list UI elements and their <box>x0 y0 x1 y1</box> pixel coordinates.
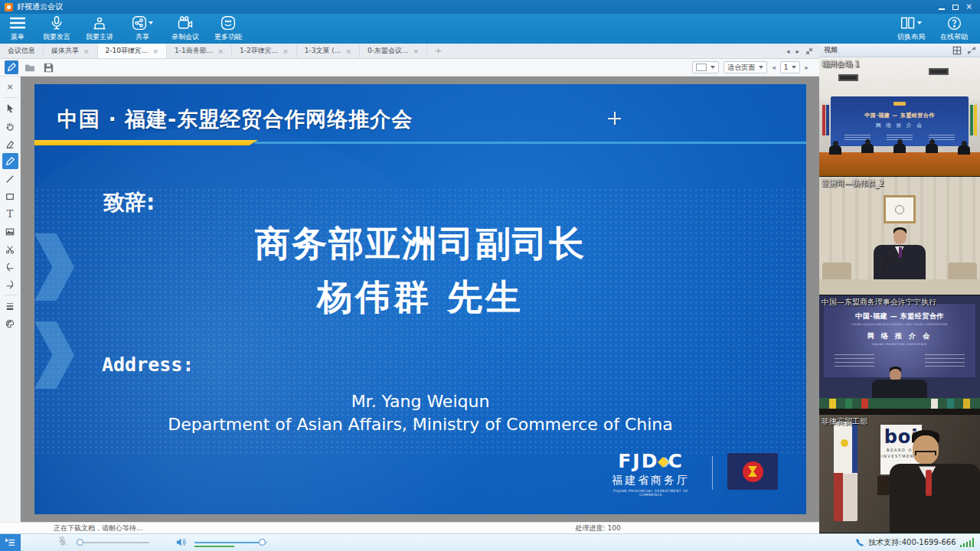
new-tab-button[interactable]: + <box>427 44 449 58</box>
tab-mofcom-1-1[interactable]: 1-1商务部...× <box>167 44 232 58</box>
save-button[interactable] <box>41 60 55 74</box>
speaker-slider-knob[interactable] <box>259 539 266 546</box>
video-feed-label: 菲律宾贸工部 <box>822 416 867 427</box>
close-icon[interactable]: × <box>966 3 972 11</box>
redo-tool-icon[interactable] <box>2 276 18 292</box>
tab-media-share[interactable]: 媒体共享× <box>44 44 98 58</box>
phone-icon <box>855 538 864 547</box>
close-tab-icon[interactable]: × <box>283 47 289 55</box>
eraser-tool-icon[interactable] <box>2 135 18 152</box>
tab-asean-0[interactable]: 0-东盟会议...× <box>360 44 427 58</box>
seated-person <box>829 145 841 155</box>
line-width-tool-icon[interactable] <box>2 298 18 314</box>
signal-icon <box>960 538 975 547</box>
rectangle-tool-icon[interactable] <box>2 188 18 204</box>
maximize-icon[interactable] <box>952 5 959 10</box>
folder-icon <box>24 63 35 72</box>
menu-button[interactable]: 菜单 <box>0 14 35 44</box>
fjdoc-logo: FJDC 福建省商务厅 FUJIAN PROVINCIAL DEPARTMENT… <box>601 450 701 497</box>
speaker-volume-slider[interactable] <box>194 542 267 543</box>
present-button[interactable]: 我要主讲 <box>78 14 121 44</box>
color-dropdown[interactable] <box>692 61 719 73</box>
close-tab-icon[interactable]: × <box>153 47 159 55</box>
menu-icon <box>8 15 27 31</box>
edit-mode-button[interactable] <box>5 60 18 74</box>
logo-divider <box>712 456 713 490</box>
tab-meeting-info[interactable]: 会议信息 <box>0 44 44 58</box>
help-icon <box>947 15 962 31</box>
status-row: 正在下载文档，请耐心等待... 处理进度: 100 <box>0 522 819 533</box>
more-features-button[interactable]: 更多功能 <box>207 14 250 44</box>
mic-slider-knob[interactable] <box>77 539 83 546</box>
flag-decoration <box>826 105 829 135</box>
line-tool-icon[interactable] <box>2 171 18 187</box>
seated-person <box>926 144 938 153</box>
video-feed-yang-weiqun[interactable]: 亚洲司—杨伟群_2 <box>819 177 980 296</box>
color-palette-tool-icon[interactable] <box>2 315 18 331</box>
expand-panel-icon[interactable] <box>968 47 975 54</box>
speak-button[interactable]: 我要发言 <box>35 14 78 44</box>
pointer-tool-icon[interactable] <box>2 100 18 116</box>
document-canvas[interactable]: 中国 · 福建-东盟经贸合作网络推介会 致辞: 商务部亚洲司副司长 杨伟群 先生… <box>21 77 819 522</box>
stage-screen: 中国·福建 — 东盟经贸合作 网 络 推 介 会 <box>831 96 969 146</box>
desk-flag <box>829 399 836 409</box>
video-panel-title: 视频 <box>824 45 838 55</box>
next-page-icon[interactable]: ▸ <box>805 64 808 71</box>
annotation-toolbar: 适合页面 ◂ 1 ▸ <box>0 59 819 77</box>
close-tool-icon[interactable]: × <box>2 79 18 95</box>
close-tab-icon[interactable]: × <box>217 47 224 55</box>
mic-muted-icon[interactable] <box>57 536 67 550</box>
record-button[interactable]: 录制会议 <box>164 14 207 44</box>
address-label-text: Address: <box>102 354 194 376</box>
divider <box>3 97 18 98</box>
undo-tool-icon[interactable] <box>2 259 18 275</box>
speaker-icon[interactable] <box>175 536 187 550</box>
zoom-fit-dropdown[interactable]: 适合页面 <box>724 61 767 73</box>
share-button[interactable]: 共享 <box>121 14 164 44</box>
tab-scroll-left-icon[interactable]: ◂ <box>786 47 790 55</box>
tab-brunei-1-3[interactable]: 1-3文莱 (...× <box>297 44 360 58</box>
tab-philippines-1-2[interactable]: 1-2菲律宾...× <box>232 44 297 58</box>
conference-table <box>819 152 980 176</box>
tab-scroll-right-icon[interactable]: ▸ <box>795 47 799 55</box>
tab-philippines-2-10[interactable]: 2-10菲律宾...× <box>98 44 168 58</box>
flag-decoration <box>974 105 977 135</box>
switch-layout-button[interactable]: 切换布局 <box>890 14 933 44</box>
color-swatch <box>696 64 707 71</box>
video-panel: 视频 中国·福建 — 东盟经贸合作 网 络 推 介 会 <box>819 44 980 533</box>
hand-pan-tool-icon[interactable] <box>2 118 18 134</box>
speaker-org-en-text: Department of Asian Affairs, Ministry of… <box>34 415 806 434</box>
image-tool-icon[interactable] <box>2 223 18 240</box>
crosshair-cursor-icon <box>608 112 621 125</box>
backdrop-screen: 中国·福建 — 东盟经贸合作 CHINA-FUJIAN-ASEAN ECONOM… <box>824 304 975 377</box>
online-help-button[interactable]: 在线帮助 <box>933 14 975 44</box>
video-feed-fuzhou[interactable]: 中国·福建 — 东盟经贸合作 网 络 推 介 会 福州会场 1 <box>819 57 980 177</box>
close-tab-icon[interactable]: × <box>345 47 351 55</box>
video-feed-philippines-boi[interactable]: boi BOARD OF INVESTMENTS 菲律宾贸工部 <box>819 415 980 534</box>
video-feed-xu-ningning[interactable]: 中国·福建 — 东盟经贸合作 CHINA-FUJIAN-ASEAN ECONOM… <box>819 295 980 415</box>
attendee-list-button[interactable] <box>0 534 21 551</box>
desk-flag <box>845 399 852 409</box>
cut-tool-icon[interactable] <box>2 241 18 257</box>
open-folder-button[interactable] <box>23 60 37 74</box>
close-tab-icon[interactable]: × <box>413 47 420 55</box>
pencil-tool-icon[interactable] <box>2 153 18 169</box>
slide: 中国 · 福建-东盟经贸合作网络推介会 致辞: 商务部亚洲司副司长 杨伟群 先生… <box>34 84 806 514</box>
save-icon <box>44 63 54 73</box>
close-tab-icon[interactable]: × <box>83 47 90 55</box>
grid-layout-icon[interactable] <box>952 46 962 55</box>
mic-volume-slider[interactable] <box>77 542 149 543</box>
title-underline-yellow <box>34 140 258 145</box>
chevron-down-icon <box>759 66 763 69</box>
collapse-panel-icon[interactable] <box>805 47 813 55</box>
seated-person <box>861 144 874 153</box>
salutation-text: 致辞: <box>103 188 155 217</box>
seated-person <box>958 145 970 155</box>
text-tool-icon[interactable]: T <box>2 206 18 222</box>
minimize-icon[interactable] <box>939 8 945 10</box>
pencil-icon <box>7 63 16 72</box>
page-number-dropdown[interactable]: 1 <box>780 61 801 73</box>
slide-title: 中国 · 福建-东盟经贸合作网络推介会 <box>57 106 413 133</box>
prev-page-icon[interactable]: ◂ <box>772 64 776 71</box>
chevron-down-icon <box>710 66 715 69</box>
